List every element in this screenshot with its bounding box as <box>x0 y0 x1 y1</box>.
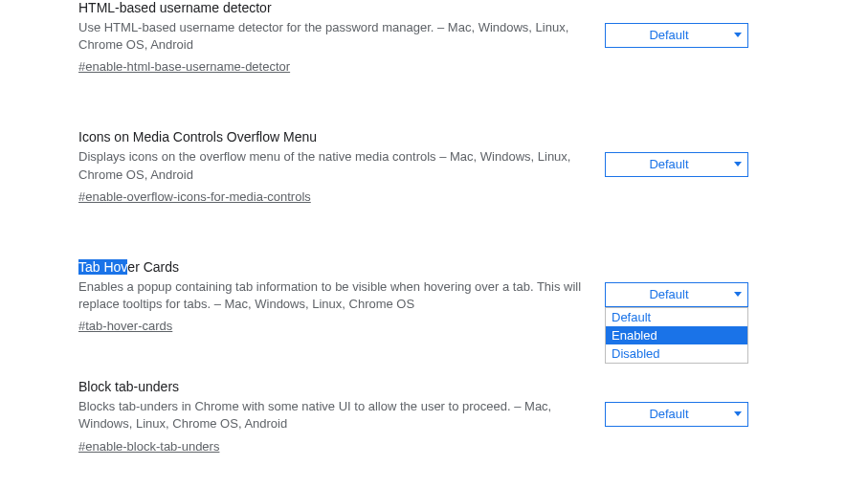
flag-description: Displays icons on the overflow menu of t… <box>78 148 586 183</box>
flag-row: HTML-based username detector Use HTML-ba… <box>0 0 868 91</box>
flag-text: Block tab-unders Blocks tab-unders in Ch… <box>78 379 605 453</box>
flag-control: Default <box>605 23 748 48</box>
flag-control: Default Default Enabled Disabled <box>605 282 748 307</box>
flag-dropdown-value: Default <box>649 28 688 42</box>
flag-dropdown-value: Default <box>649 407 688 421</box>
flag-row: Tab Hover Cards Enables a popup containi… <box>0 252 868 350</box>
flag-text: Tab Hover Cards Enables a popup containi… <box>78 259 605 333</box>
flag-control: Default <box>605 402 748 427</box>
flag-dropdown-value: Default <box>649 287 688 301</box>
chevron-down-icon <box>734 33 742 37</box>
flag-dropdown[interactable]: Default <box>605 23 748 48</box>
flag-title: Block tab-unders <box>78 379 586 394</box>
flag-hash-link[interactable]: #tab-hover-cards <box>78 319 172 333</box>
flag-dropdown[interactable]: Default <box>605 282 748 307</box>
chevron-down-icon <box>734 162 742 166</box>
flag-title: HTML-based username detector <box>78 0 586 15</box>
flag-text: HTML-based username detector Use HTML-ba… <box>78 0 605 74</box>
flag-description: Blocks tab-unders in Chrome with some na… <box>78 398 586 433</box>
flag-row: Block tab-unders Blocks tab-unders in Ch… <box>0 371 868 470</box>
flag-hash-link[interactable]: #enable-html-base-username-detector <box>78 59 290 74</box>
flag-row: Icons on Media Controls Overflow Menu Di… <box>0 122 868 220</box>
dropdown-option-enabled[interactable]: Enabled <box>606 326 747 344</box>
chevron-down-icon <box>734 292 742 297</box>
flag-hash-link[interactable]: #enable-block-tab-unders <box>78 439 219 454</box>
flag-dropdown-value: Default <box>649 157 688 171</box>
flag-description: Use HTML-based username detector for the… <box>78 19 586 54</box>
flag-dropdown-list: Default Enabled Disabled <box>605 307 748 364</box>
dropdown-option-default[interactable]: Default <box>606 308 747 326</box>
flag-description: Enables a popup containing tab informati… <box>78 278 586 313</box>
dropdown-option-disabled[interactable]: Disabled <box>606 344 747 363</box>
chevron-down-icon <box>734 411 742 416</box>
flag-control: Default <box>605 152 748 177</box>
flag-title: Tab Hover Cards <box>78 259 586 275</box>
flag-text: Icons on Media Controls Overflow Menu Di… <box>78 129 605 203</box>
flag-hash-link[interactable]: #enable-overflow-icons-for-media-control… <box>78 189 311 204</box>
title-highlight: Tab Hov <box>78 259 127 275</box>
flag-dropdown[interactable]: Default <box>605 402 748 427</box>
title-rest: er Cards <box>127 259 179 275</box>
flag-title: Icons on Media Controls Overflow Menu <box>78 129 586 144</box>
flag-dropdown[interactable]: Default <box>605 152 748 177</box>
